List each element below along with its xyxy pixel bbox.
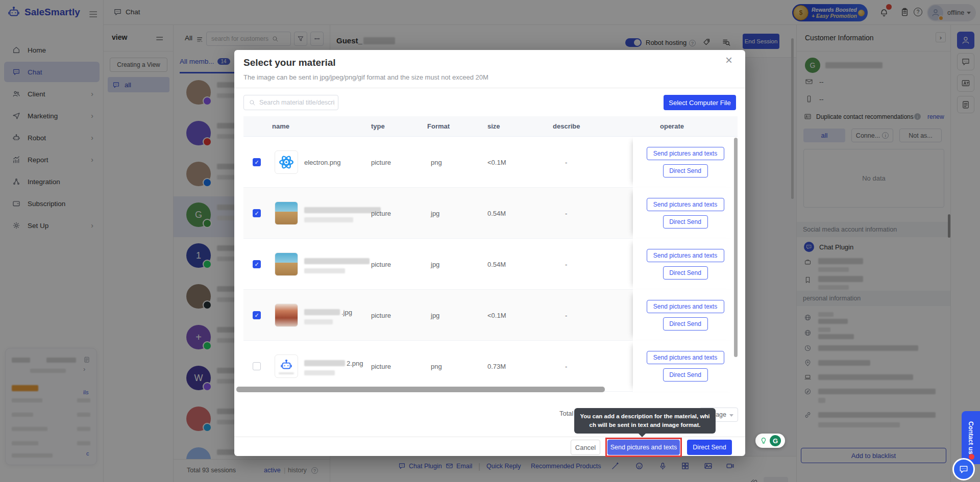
search-placeholder: Search material title/descrip <box>259 99 335 106</box>
row-send-pictures-button[interactable]: Send pictures and texts <box>647 351 724 364</box>
tooltip-text: You can add a description for the materi… <box>574 412 716 430</box>
table-row: ✓ electron.png picture png <0.1M - Send … <box>243 137 738 188</box>
row-send-pictures-button[interactable]: Send pictures and texts <box>647 249 724 262</box>
material-describe: - <box>565 363 567 370</box>
material-type: picture <box>371 159 391 166</box>
col-type: type <box>371 122 385 130</box>
header-divider <box>234 88 745 88</box>
material-type: picture <box>371 312 391 319</box>
chat-widget-bubble[interactable] <box>952 458 975 480</box>
material-search[interactable]: Search material title/descrip <box>243 95 338 110</box>
material-size: <0.1M <box>487 312 506 319</box>
col-describe: describe <box>553 122 580 130</box>
row-direct-send-button[interactable]: Direct Send <box>663 317 708 331</box>
material-size: 0.73M <box>487 363 506 370</box>
notification-dot <box>969 454 974 460</box>
material-describe: - <box>565 210 567 217</box>
table-row: ✓ picture jpg 0.54M - Send pictures and … <box>243 239 738 290</box>
select-computer-file-button[interactable]: Select Computer File <box>664 95 736 110</box>
material-type: picture <box>371 363 391 370</box>
material-size: <0.1M <box>487 159 506 166</box>
operate-cell: Send pictures and texts Direct Send <box>633 239 738 290</box>
material-describe: - <box>565 261 567 268</box>
row-checkbox[interactable]: ✓ <box>253 209 261 217</box>
operate-cell: Send pictures and texts Direct Send <box>633 137 738 188</box>
row-checkbox[interactable] <box>253 362 261 370</box>
table-vertical-scrollbar[interactable] <box>734 138 738 357</box>
chat-bubble-icon <box>959 464 969 474</box>
tooltip-arrow <box>638 433 646 437</box>
material-table: name type Format size describe operate ✓… <box>243 116 738 392</box>
close-icon[interactable]: × <box>725 54 732 66</box>
material-thumbnail <box>275 201 298 225</box>
material-size: 0.54M <box>487 210 506 217</box>
lightbulb-icon <box>760 437 768 445</box>
row-direct-send-button[interactable]: Direct Send <box>663 368 708 382</box>
material-format: jpg <box>431 312 439 319</box>
material-thumbnail <box>275 303 298 327</box>
material-type: picture <box>371 210 391 217</box>
modal-subtitle: The image can be sent in jpg/jpeg/png/gi… <box>243 73 488 81</box>
col-name: name <box>272 122 289 130</box>
row-direct-send-button[interactable]: Direct Send <box>663 164 708 177</box>
material-name-suffix: 2.png <box>347 360 363 367</box>
table-row: 2.png picture png 0.73M - Send pictures … <box>243 341 738 392</box>
material-thumbnail <box>275 252 298 276</box>
material-name: electron.png <box>304 159 341 166</box>
material-thumbnail <box>275 150 298 174</box>
assistant-pill[interactable]: G <box>755 434 785 448</box>
table-horizontal-scrollbar[interactable] <box>236 387 605 392</box>
material-format: jpg <box>431 210 439 217</box>
material-format: png <box>431 159 442 166</box>
table-row: ✓ picture jpg 0.54M - Send pictures and … <box>243 188 738 239</box>
row-checkbox[interactable]: ✓ <box>253 311 261 319</box>
direct-send-button[interactable]: Direct Send <box>687 440 732 455</box>
grammar-assistant-icon: G <box>770 435 781 446</box>
check-icon: ✓ <box>254 210 259 217</box>
robot-logo-icon <box>280 359 293 372</box>
row-checkbox[interactable]: ✓ <box>253 260 261 268</box>
material-size: 0.54M <box>487 261 506 268</box>
material-describe: - <box>565 312 567 319</box>
row-send-pictures-button[interactable]: Send pictures and texts <box>647 198 724 211</box>
cancel-button[interactable]: Cancel <box>571 440 600 455</box>
col-size: size <box>487 122 500 130</box>
check-icon: ✓ <box>254 261 259 268</box>
table-header: name type Format size describe operate <box>243 116 738 137</box>
material-description-tooltip: You can add a description for the materi… <box>574 408 716 434</box>
check-icon: ✓ <box>254 312 259 319</box>
row-direct-send-button[interactable]: Direct Send <box>663 215 708 229</box>
send-pictures-and-texts-button[interactable]: Send pictures and texts <box>607 440 680 455</box>
row-send-pictures-button[interactable]: Send pictures and texts <box>647 147 724 160</box>
atom-icon <box>278 154 295 171</box>
material-describe: - <box>565 159 567 166</box>
select-material-modal: Select your material The image can be se… <box>234 50 745 456</box>
pagination-total: Total <box>559 410 573 417</box>
material-thumbnail <box>275 354 298 378</box>
col-operate: operate <box>660 122 684 130</box>
row-checkbox[interactable]: ✓ <box>253 158 261 166</box>
row-send-pictures-button[interactable]: Send pictures and texts <box>647 300 724 313</box>
material-format: png <box>431 363 442 370</box>
chevron-down-icon <box>729 414 733 417</box>
col-format: Format <box>427 122 450 130</box>
footer-divider <box>234 437 745 437</box>
check-icon: ✓ <box>254 159 259 166</box>
operate-cell: Send pictures and texts Direct Send <box>633 341 738 392</box>
table-row: ✓ .jpg picture jpg <0.1M - Send pictures… <box>243 290 738 341</box>
search-icon <box>249 99 256 106</box>
material-name-suffix: .jpg <box>341 309 352 316</box>
operate-cell: Send pictures and texts Direct Send <box>633 290 738 341</box>
material-format: jpg <box>431 261 439 268</box>
material-type: picture <box>371 261 391 268</box>
row-direct-send-button[interactable]: Direct Send <box>663 266 708 280</box>
operate-cell: Send pictures and texts Direct Send <box>633 188 738 239</box>
modal-title: Select your material <box>243 57 336 68</box>
